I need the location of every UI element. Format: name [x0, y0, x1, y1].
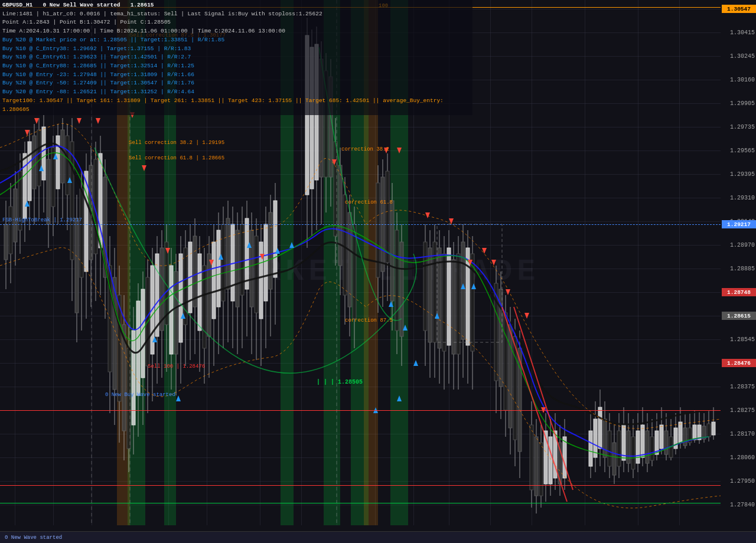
svg-rect-227: [650, 437, 654, 460]
label-buy-price: | | | 1.28505: [317, 379, 363, 385]
svg-rect-145: [390, 201, 394, 301]
svg-rect-143: [386, 171, 389, 263]
price-2956: 1.29565: [730, 148, 755, 154]
price-2888: 1.28885: [730, 266, 755, 272]
price-2997: 1.29905: [730, 100, 755, 107]
svg-marker-275: [176, 395, 181, 401]
svg-rect-185: [530, 425, 533, 490]
svg-rect-245: [693, 425, 696, 440]
svg-rect-209: [608, 431, 611, 466]
label-sell-correction-618: Sell correction 61.8 | 1.28665: [129, 155, 224, 161]
svg-rect-223: [641, 425, 644, 457]
price-3016: 1.30160: [730, 77, 755, 83]
price-2837: 1.28375: [730, 384, 755, 390]
svg-marker-269: [413, 360, 418, 366]
svg-rect-3: [9, 207, 12, 254]
svg-rect-221: [636, 431, 640, 463]
svg-marker-291: [482, 248, 487, 254]
svg-rect-103: [245, 218, 249, 289]
svg-rect-27: [66, 136, 69, 195]
svg-marker-278: [77, 118, 82, 124]
fsb-high-to-break-line: [0, 224, 721, 225]
svg-marker-287: [397, 148, 402, 153]
svg-marker-279: [96, 118, 100, 124]
price-2854: 1.28545: [730, 336, 755, 343]
svg-rect-233: [664, 431, 668, 454]
svg-rect-165: [457, 254, 460, 354]
svg-marker-276: [25, 130, 30, 136]
svg-rect-81: [193, 236, 197, 307]
info-line-11: Target100: 1.30547 || Target 161: 1.3180…: [2, 97, 470, 114]
subtitle-label: 0 New Sell Wave started: [43, 2, 120, 8]
svg-marker-277: [34, 118, 39, 124]
svg-rect-31: [75, 218, 79, 313]
svg-rect-101: [240, 224, 244, 295]
svg-rect-193: [549, 437, 552, 484]
label-sell-correction-382: Sell correction 38.2 | 1.29195: [129, 140, 224, 146]
svg-rect-115: [273, 201, 277, 277]
svg-marker-266: [289, 242, 294, 248]
svg-rect-199: [563, 437, 566, 478]
svg-rect-75: [179, 254, 183, 342]
svg-rect-181: [513, 336, 517, 440]
svg-rect-59: [141, 289, 145, 378]
svg-rect-99: [236, 230, 239, 307]
price-box-top: 1.30547: [722, 5, 756, 13]
svg-rect-55: [132, 331, 135, 425]
price-2897: 1.28970: [730, 242, 755, 248]
svg-rect-203: [594, 419, 597, 457]
chart-container: MARKET LITRADE: [0, 0, 756, 543]
svg-rect-205: [598, 407, 602, 449]
price-box-red: 1.28748: [722, 288, 756, 296]
svg-rect-1: [4, 224, 8, 260]
status-text: 0 New Wave started: [5, 535, 62, 541]
svg-rect-57: [136, 301, 140, 395]
svg-marker-288: [425, 212, 430, 218]
svg-rect-9: [23, 153, 27, 218]
svg-rect-231: [660, 425, 663, 449]
info-line-7: Buy %10 @ C_Entry88: 1.28685 || Target:1…: [2, 62, 470, 71]
price-2939: 1.29395: [730, 171, 755, 178]
svg-rect-5: [14, 189, 17, 242]
svg-rect-161: [447, 248, 451, 345]
sell-100-line: [0, 485, 721, 486]
price-2788: 1.27840: [730, 502, 755, 508]
svg-rect-251: [707, 424, 711, 437]
svg-rect-15: [37, 130, 41, 186]
svg-rect-29: [70, 142, 74, 260]
info-line-5: Buy %10 @ C_Entry38: 1.29692 | Target:1.…: [2, 45, 470, 54]
info-line-3: Time A:2024.10.31 17:00:00 | Time B:2024…: [2, 27, 470, 36]
svg-rect-133: [343, 195, 347, 295]
svg-rect-107: [255, 236, 258, 313]
price-box-fsb: 1.29217: [722, 220, 756, 228]
svg-rect-17: [42, 127, 45, 180]
price-2973: 1.29735: [730, 124, 755, 130]
svg-rect-139: [376, 183, 380, 277]
svg-rect-187: [535, 437, 538, 496]
price-box-current: 1.28615: [722, 312, 756, 320]
svg-marker-267: [389, 301, 393, 307]
info-line-8: Buy %10 @ Entry -23: 1.27948 || Target:1…: [2, 71, 470, 80]
svg-rect-159: [442, 254, 446, 351]
svg-rect-19: [47, 159, 50, 224]
svg-rect-253: [712, 422, 715, 435]
svg-rect-147: [395, 230, 399, 331]
label-correction-382: correction 38.2: [341, 146, 389, 152]
svg-rect-13: [32, 136, 36, 189]
info-panel: GBPUSD_H1 0 New Sell Wave started 1.2861…: [0, 0, 472, 115]
bottom-status-bar: 0 New Wave started: [0, 531, 756, 543]
svg-rect-201: [589, 431, 592, 466]
price-2827: 1.28275: [730, 407, 755, 414]
label-fsb: FSB-HighToBreak | 1.29217: [2, 217, 82, 223]
svg-rect-111: [264, 224, 268, 301]
svg-rect-241: [683, 428, 687, 446]
svg-rect-213: [617, 431, 621, 466]
svg-rect-151: [423, 242, 427, 331]
svg-rect-135: [348, 212, 351, 307]
label-new-buy-wave: 0 New Buy Wave started: [105, 392, 175, 398]
sell-level-line: [0, 410, 721, 411]
price-2808: 1.28060: [730, 454, 755, 461]
svg-rect-105: [250, 230, 253, 307]
svg-marker-274: [397, 395, 402, 401]
svg-marker-294: [524, 313, 529, 319]
